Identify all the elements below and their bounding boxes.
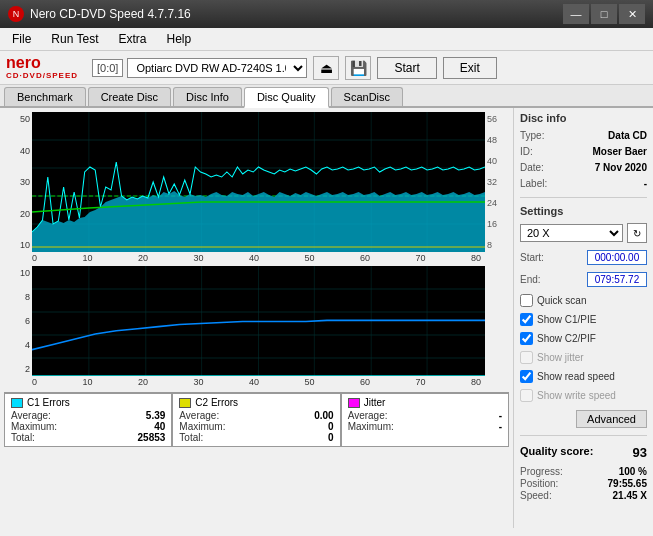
c2-title: C2 Errors xyxy=(195,397,238,408)
disc-type-value: Data CD xyxy=(608,130,647,141)
quick-scan-label[interactable]: Quick scan xyxy=(537,295,586,306)
main-content: 50 40 30 20 10 xyxy=(0,108,653,528)
y-right-48: 48 xyxy=(487,135,507,145)
progress-row: Progress: 100 % xyxy=(520,466,647,477)
quick-scan-row: Quick scan xyxy=(520,294,647,307)
tab-bar: Benchmark Create Disc Disc Info Disc Qua… xyxy=(0,85,653,108)
c2-avg-value: 0.00 xyxy=(314,410,333,421)
menu-help[interactable]: Help xyxy=(159,30,200,48)
speed-row-progress: Speed: 21.45 X xyxy=(520,490,647,501)
end-time-input[interactable] xyxy=(587,272,647,287)
jitter-max-label: Maximum: xyxy=(348,421,394,432)
show-c1-pie-checkbox[interactable] xyxy=(520,313,533,326)
disc-type-label: Type: xyxy=(520,130,544,141)
show-c2-pif-label[interactable]: Show C2/PIF xyxy=(537,333,596,344)
y-label-10: 10 xyxy=(6,240,30,250)
start-time-row: Start: xyxy=(520,250,647,265)
progress-section: Progress: 100 % Position: 79:55.65 Speed… xyxy=(520,466,647,502)
tab-create-disc[interactable]: Create Disc xyxy=(88,87,171,106)
c2-total-value: 0 xyxy=(328,432,334,443)
drive-selector: [0:0] Optiarc DVD RW AD-7240S 1.04 xyxy=(92,58,307,78)
end-label: End: xyxy=(520,274,541,285)
refresh-button[interactable]: ↻ xyxy=(627,223,647,243)
tab-disc-quality[interactable]: Disc Quality xyxy=(244,87,329,108)
divider2 xyxy=(520,435,647,436)
c2-max-value: 0 xyxy=(328,421,334,432)
maximize-button[interactable]: □ xyxy=(591,4,617,24)
chart1-container: 50 40 30 20 10 xyxy=(4,112,509,252)
quick-scan-checkbox[interactable] xyxy=(520,294,533,307)
speed-value: 21.45 X xyxy=(613,490,647,501)
show-c2-pif-checkbox[interactable] xyxy=(520,332,533,345)
c2-avg-row: Average: 0.00 xyxy=(179,410,333,421)
chart1-x-axis: 0 10 20 30 40 50 60 70 80 xyxy=(4,252,509,264)
jitter-title: Jitter xyxy=(364,397,386,408)
nero-subtitle: CD·DVD/SPEED xyxy=(6,71,78,80)
show-jitter-label[interactable]: Show jitter xyxy=(537,352,584,363)
tab-disc-info[interactable]: Disc Info xyxy=(173,87,242,106)
c2-max-row: Maximum: 0 xyxy=(179,421,333,432)
chart2-section: 10 8 6 4 2 xyxy=(4,266,509,388)
disc-date-label: Date: xyxy=(520,162,544,173)
chart2-container: 10 8 6 4 2 xyxy=(4,266,509,376)
c2-total-row: Total: 0 xyxy=(179,432,333,443)
chart2-x-axis: 0 10 20 30 40 50 60 70 80 xyxy=(4,376,509,388)
chart2-y-axis-right xyxy=(485,266,509,376)
show-write-speed-label[interactable]: Show write speed xyxy=(537,390,616,401)
position-label: Position: xyxy=(520,478,558,489)
advanced-button[interactable]: Advanced xyxy=(576,410,647,428)
nero-logo: nero CD·DVD/SPEED xyxy=(6,55,78,80)
disc-id-row: ID: Moser Baer xyxy=(520,146,647,157)
y-right-32: 32 xyxy=(487,177,507,187)
y-right-56: 56 xyxy=(487,114,507,124)
quality-score-label: Quality score: xyxy=(520,445,593,460)
y-label-30: 30 xyxy=(6,177,30,187)
show-c1-pie-label[interactable]: Show C1/PIE xyxy=(537,314,596,325)
disc-label-row: Label: - xyxy=(520,178,647,189)
start-button[interactable]: Start xyxy=(377,57,436,79)
y2-label-4: 4 xyxy=(6,340,30,350)
eject-button[interactable]: ⏏ xyxy=(313,56,339,80)
disc-date-value: 7 Nov 2020 xyxy=(595,162,647,173)
menu-run-test[interactable]: Run Test xyxy=(43,30,106,48)
chart2-canvas xyxy=(32,266,485,376)
progress-label: Progress: xyxy=(520,466,563,477)
show-jitter-row: Show jitter xyxy=(520,351,647,364)
menu-file[interactable]: File xyxy=(4,30,39,48)
show-read-speed-checkbox[interactable] xyxy=(520,370,533,383)
y-label-40: 40 xyxy=(6,146,30,156)
c1-avg-label: Average: xyxy=(11,410,51,421)
chart2-svg xyxy=(32,266,485,376)
legend-c1: C1 Errors Average: 5.39 Maximum: 40 Tota… xyxy=(4,393,172,447)
speed-select[interactable]: 20 X xyxy=(520,224,623,242)
legend-area: C1 Errors Average: 5.39 Maximum: 40 Tota… xyxy=(4,392,509,447)
show-write-speed-checkbox[interactable] xyxy=(520,389,533,402)
legend-c2: C2 Errors Average: 0.00 Maximum: 0 Total… xyxy=(172,393,340,447)
disc-label-value: - xyxy=(644,178,647,189)
close-button[interactable]: ✕ xyxy=(619,4,645,24)
speed-row: 20 X ↻ xyxy=(520,223,647,243)
menu-extra[interactable]: Extra xyxy=(110,30,154,48)
y2-label-2: 2 xyxy=(6,364,30,374)
settings-title: Settings xyxy=(520,205,647,217)
legend-jitter-title: Jitter xyxy=(348,397,502,408)
menu-bar: File Run Test Extra Help xyxy=(0,28,653,51)
save-button[interactable]: 💾 xyxy=(345,56,371,80)
tab-scan-disc[interactable]: ScanDisc xyxy=(331,87,403,106)
y2-label-10: 10 xyxy=(6,268,30,278)
chart2-y-axis: 10 8 6 4 2 xyxy=(4,266,32,376)
tab-benchmark[interactable]: Benchmark xyxy=(4,87,86,106)
c1-total-label: Total: xyxy=(11,432,35,443)
jitter-max-row: Maximum: - xyxy=(348,421,502,432)
disc-id-value: Moser Baer xyxy=(593,146,647,157)
show-c2-pif-row: Show C2/PIF xyxy=(520,332,647,345)
show-read-speed-label[interactable]: Show read speed xyxy=(537,371,615,382)
toolbar: nero CD·DVD/SPEED [0:0] Optiarc DVD RW A… xyxy=(0,51,653,85)
start-time-input[interactable] xyxy=(587,250,647,265)
show-jitter-checkbox[interactable] xyxy=(520,351,533,364)
minimize-button[interactable]: — xyxy=(563,4,589,24)
drive-combo[interactable]: Optiarc DVD RW AD-7240S 1.04 xyxy=(127,58,307,78)
show-read-speed-row: Show read speed xyxy=(520,370,647,383)
c1-avg-value: 5.39 xyxy=(146,410,165,421)
exit-button[interactable]: Exit xyxy=(443,57,497,79)
